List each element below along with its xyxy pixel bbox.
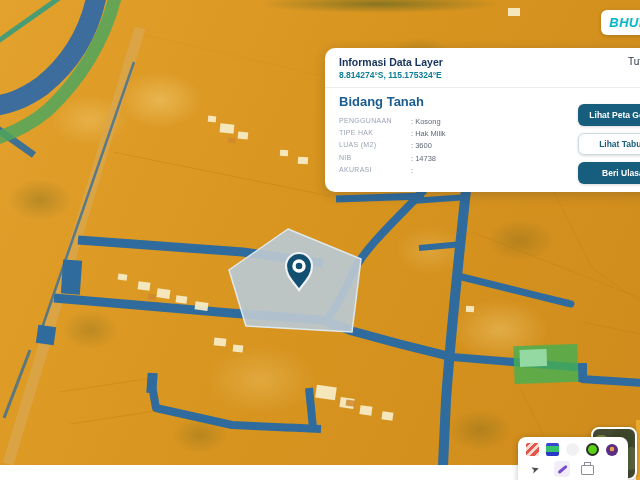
layer-toolbar-row2: ➤ bbox=[526, 461, 620, 477]
layer-toolbar: ➤ bbox=[518, 437, 628, 480]
info-panel: Informasi Data Layer 8.814274°S, 115.175… bbox=[325, 48, 640, 192]
close-panel-button[interactable]: Tutup bbox=[628, 56, 640, 67]
field-value: : Kosong bbox=[411, 117, 441, 126]
field-value: : Hak Milik bbox=[411, 129, 446, 138]
river bbox=[0, 0, 97, 106]
stripe-layer-icon[interactable] bbox=[526, 443, 539, 456]
green-status-icon[interactable] bbox=[586, 443, 599, 456]
print-icon[interactable] bbox=[581, 465, 594, 475]
teal-corner-line bbox=[0, 0, 62, 44]
layer-toolbar-row1 bbox=[526, 443, 620, 456]
field-label: TIPE HAK bbox=[339, 129, 411, 138]
lihat-tabular-button[interactable]: Lihat Tabular bbox=[578, 133, 640, 155]
pointer-icon[interactable]: ➤ bbox=[529, 461, 544, 476]
field-value: : 3600 bbox=[411, 141, 432, 150]
draw-icon[interactable] bbox=[554, 461, 570, 477]
panel-header: Informasi Data Layer bbox=[339, 56, 640, 68]
app-logo: BHUMI bbox=[601, 10, 640, 35]
coordinates-text: 8.814274°S, 115.175324°E bbox=[339, 70, 640, 80]
field-value: : 14738 bbox=[411, 154, 436, 163]
field-value: : bbox=[411, 166, 413, 175]
muted-layer-icon[interactable] bbox=[566, 443, 579, 456]
field-label: AKURASI bbox=[339, 166, 411, 175]
app-logo-text: BHUMI bbox=[609, 15, 640, 30]
green-zone bbox=[513, 344, 578, 384]
purple-badge-icon[interactable] bbox=[606, 444, 618, 456]
action-buttons: Lihat Peta Google Lihat Tabular Beri Ula… bbox=[578, 104, 640, 184]
lihat-peta-google-button[interactable]: Lihat Peta Google bbox=[578, 104, 640, 126]
bhumi-map-screen: BHUMI Informasi Data Layer 8.814274°S, 1… bbox=[0, 0, 640, 480]
field-label: PENGGUNAAN bbox=[339, 117, 411, 126]
basemap-layer-icon[interactable] bbox=[546, 443, 559, 456]
beri-ulasan-button[interactable]: Beri Ulasan bbox=[578, 162, 640, 184]
panel-divider bbox=[325, 87, 640, 88]
field-label: NIB bbox=[339, 154, 411, 163]
field-label: LUAS (M2) bbox=[339, 141, 411, 150]
